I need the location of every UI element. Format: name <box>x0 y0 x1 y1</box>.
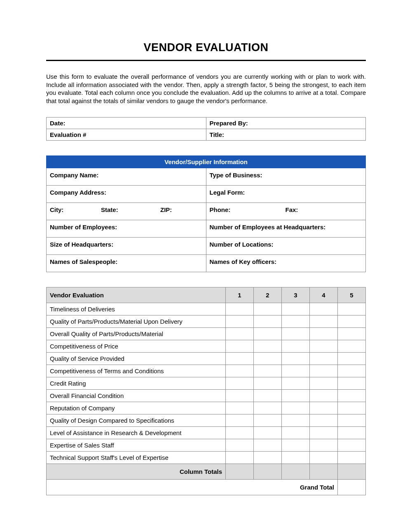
eval-score-cell[interactable] <box>310 439 338 452</box>
eval-score-cell[interactable] <box>226 303 254 315</box>
eval-score-cell[interactable] <box>310 452 338 464</box>
table-row: Technical Support Staff's Level of Exper… <box>47 452 366 464</box>
eval-score-cell[interactable] <box>226 439 254 452</box>
eval-score-cell[interactable] <box>310 303 338 315</box>
eval-score-cell[interactable] <box>282 315 310 328</box>
eval-score-cell[interactable] <box>338 414 366 427</box>
eval-col-5: 5 <box>338 287 366 303</box>
num-employees-hq-field[interactable]: Number of Employees at Headquarters: <box>206 220 366 238</box>
eval-score-cell[interactable] <box>282 402 310 414</box>
eval-criterion: Overall Financial Condition <box>47 390 226 402</box>
phone-field[interactable]: Phone: <box>210 206 276 213</box>
fax-field[interactable]: Fax: <box>286 206 298 213</box>
eval-score-cell[interactable] <box>226 427 254 439</box>
table-row: Competitiveness of Price <box>47 340 366 353</box>
column-total-5[interactable] <box>338 464 366 480</box>
eval-score-cell[interactable] <box>310 353 338 365</box>
eval-score-cell[interactable] <box>254 439 282 452</box>
eval-score-cell[interactable] <box>338 402 366 414</box>
column-total-2[interactable] <box>254 464 282 480</box>
eval-score-cell[interactable] <box>338 328 366 340</box>
eval-score-cell[interactable] <box>226 414 254 427</box>
eval-score-cell[interactable] <box>282 390 310 402</box>
state-field[interactable]: State: <box>101 206 150 213</box>
evaluation-number-field[interactable]: Evaluation # <box>47 129 206 141</box>
eval-score-cell[interactable] <box>282 303 310 315</box>
eval-score-cell[interactable] <box>226 328 254 340</box>
eval-score-cell[interactable] <box>310 402 338 414</box>
legal-form-field[interactable]: Legal Form: <box>206 186 366 203</box>
eval-score-cell[interactable] <box>338 377 366 390</box>
eval-score-cell[interactable] <box>226 377 254 390</box>
eval-score-cell[interactable] <box>226 365 254 377</box>
eval-score-cell[interactable] <box>282 427 310 439</box>
eval-score-cell[interactable] <box>282 377 310 390</box>
company-name-field[interactable]: Company Name: <box>47 168 206 186</box>
grand-total-value[interactable] <box>338 480 366 495</box>
eval-score-cell[interactable] <box>226 390 254 402</box>
prepared-by-field[interactable]: Prepared By: <box>206 118 366 129</box>
eval-score-cell[interactable] <box>310 315 338 328</box>
eval-score-cell[interactable] <box>254 390 282 402</box>
eval-score-cell[interactable] <box>310 427 338 439</box>
eval-score-cell[interactable] <box>226 402 254 414</box>
key-officers-field[interactable]: Names of Key officers: <box>206 255 366 272</box>
num-locations-field[interactable]: Number of Locations: <box>206 238 366 255</box>
eval-score-cell[interactable] <box>282 365 310 377</box>
eval-score-cell[interactable] <box>282 353 310 365</box>
eval-score-cell[interactable] <box>226 340 254 353</box>
company-address-field[interactable]: Company Address: <box>47 186 206 203</box>
eval-score-cell[interactable] <box>282 452 310 464</box>
type-of-business-field[interactable]: Type of Business: <box>206 168 366 186</box>
eval-score-cell[interactable] <box>282 340 310 353</box>
eval-score-cell[interactable] <box>310 328 338 340</box>
eval-score-cell[interactable] <box>338 340 366 353</box>
eval-criterion: Technical Support Staff's Level of Exper… <box>47 452 226 464</box>
eval-score-cell[interactable] <box>338 315 366 328</box>
eval-score-cell[interactable] <box>310 365 338 377</box>
eval-score-cell[interactable] <box>254 377 282 390</box>
zip-field[interactable]: ZIP: <box>160 206 172 213</box>
table-row: Level of Assistance in Research & Develo… <box>47 427 366 439</box>
num-employees-field[interactable]: Number of Employees: <box>47 220 206 238</box>
eval-score-cell[interactable] <box>254 365 282 377</box>
eval-score-cell[interactable] <box>254 402 282 414</box>
title-field[interactable]: Title: <box>206 129 366 141</box>
eval-criterion: Quality of Parts/Products/Material Upon … <box>47 315 226 328</box>
eval-criterion: Quality of Design Compared to Specificat… <box>47 414 226 427</box>
eval-score-cell[interactable] <box>282 328 310 340</box>
size-hq-field[interactable]: Size of Headquarters: <box>47 238 206 255</box>
eval-col-4: 4 <box>310 287 338 303</box>
evaluation-table: Vendor Evaluation 1 2 3 4 5 Timeliness o… <box>46 287 366 495</box>
eval-score-cell[interactable] <box>338 427 366 439</box>
eval-score-cell[interactable] <box>310 377 338 390</box>
eval-score-cell[interactable] <box>226 353 254 365</box>
eval-score-cell[interactable] <box>282 439 310 452</box>
salespeople-field[interactable]: Names of Salespeople: <box>47 255 206 272</box>
eval-score-cell[interactable] <box>310 390 338 402</box>
eval-score-cell[interactable] <box>254 427 282 439</box>
column-total-3[interactable] <box>282 464 310 480</box>
eval-score-cell[interactable] <box>254 452 282 464</box>
eval-score-cell[interactable] <box>338 390 366 402</box>
eval-score-cell[interactable] <box>254 340 282 353</box>
eval-score-cell[interactable] <box>254 353 282 365</box>
eval-score-cell[interactable] <box>226 315 254 328</box>
eval-score-cell[interactable] <box>254 315 282 328</box>
eval-score-cell[interactable] <box>338 365 366 377</box>
column-total-1[interactable] <box>226 464 254 480</box>
column-total-4[interactable] <box>310 464 338 480</box>
eval-score-cell[interactable] <box>338 439 366 452</box>
eval-score-cell[interactable] <box>282 414 310 427</box>
eval-score-cell[interactable] <box>254 414 282 427</box>
eval-score-cell[interactable] <box>254 303 282 315</box>
eval-score-cell[interactable] <box>254 328 282 340</box>
date-field[interactable]: Date: <box>47 118 206 129</box>
eval-score-cell[interactable] <box>338 452 366 464</box>
eval-score-cell[interactable] <box>226 452 254 464</box>
eval-score-cell[interactable] <box>310 340 338 353</box>
eval-score-cell[interactable] <box>338 353 366 365</box>
eval-score-cell[interactable] <box>310 414 338 427</box>
city-field[interactable]: City: <box>50 206 91 213</box>
eval-score-cell[interactable] <box>338 303 366 315</box>
